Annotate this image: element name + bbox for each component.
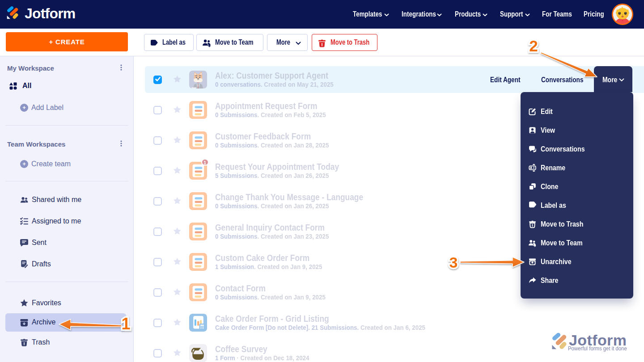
svg-text:2: 2 (529, 37, 538, 55)
svg-text:3: 3 (449, 254, 458, 271)
